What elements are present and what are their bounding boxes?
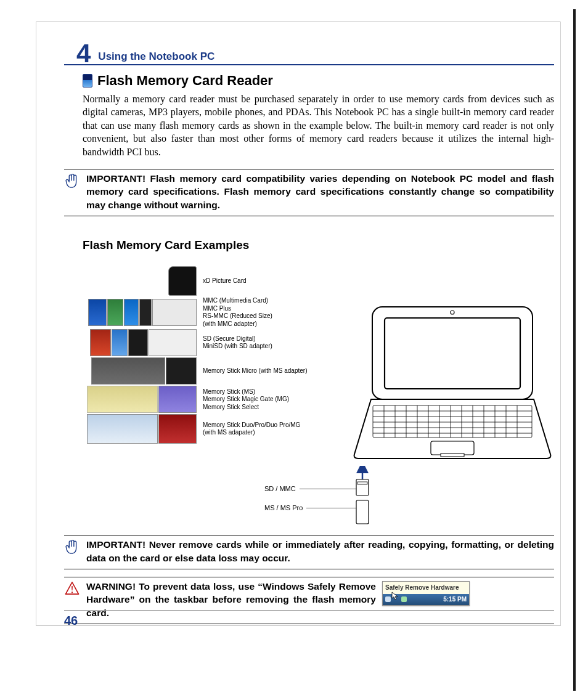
examples-area: xD Picture Card MMC (Multimedia Card) MM…: [83, 260, 554, 525]
sd-adapter-graphic: [149, 329, 197, 356]
chapter-title: Using the Notebook PC: [98, 50, 214, 64]
minisd-card-graphic: [112, 329, 128, 356]
card-slot-outlines: [354, 466, 371, 527]
ms-duo-adapter-graphic: [87, 414, 158, 444]
card-row-xd: xD Picture Card: [83, 266, 323, 296]
page-number: 46: [64, 612, 78, 629]
card-row-ms-micro: Memory Stick Micro (with MS adapter): [83, 357, 323, 385]
svg-rect-27: [356, 500, 369, 524]
section-flash-memory-card-reader: Flash Memory Card Reader Normally a memo…: [83, 71, 554, 159]
slot-leader-line: [306, 508, 357, 508]
right-crop-line: [560, 22, 561, 626]
ms-micro-card-graphic: [166, 357, 197, 385]
mmc-card-graphic: [88, 299, 107, 326]
memory-card-icon: [83, 74, 92, 88]
sd-card-graphic: [90, 329, 111, 356]
svg-rect-3: [373, 405, 532, 437]
card-slot-labels: SD / MMC MS / MS Pro: [264, 484, 357, 523]
taskbar-time: 5:15 PM: [443, 595, 467, 604]
rs-mmc-small-graphic: [139, 299, 152, 326]
ms-micro-adapter-graphic: [91, 357, 165, 385]
manual-page: 4 Using the Notebook PC Flash Memory Car…: [0, 0, 588, 700]
slot-leader-line: [300, 489, 357, 489]
chapter-heading: 4 Using the Notebook PC: [64, 38, 554, 65]
section-flash-memory-card-examples: Flash Memory Card Examples xD Picture Ca…: [83, 237, 554, 526]
svg-rect-22: [431, 441, 474, 455]
card-row-mmc: MMC (Multimedia Card) MMC Plus RS-MMC (R…: [83, 297, 323, 328]
ms-standard-label: Memory Stick (MS) Memory Stick Magic Gat…: [203, 388, 289, 412]
important-compatibility-note: IMPORTANT! Flash memory card compatibili…: [64, 169, 554, 216]
footer-rule: [64, 610, 554, 611]
sd-label: SD (Secure Digital) MiniSD (with SD adap…: [203, 335, 272, 351]
ms-duo-label: Memory Stick Duo/Pro/Duo Pro/MG (with MS…: [203, 421, 300, 437]
ms-card-graphic: [158, 386, 197, 413]
top-crop-line: [36, 22, 561, 22]
warning-text: WARNING! To prevent data loss, use “Wind…: [86, 580, 376, 620]
card-row-sd: SD (Secure Digital) MiniSD (with SD adap…: [83, 329, 323, 356]
section-title: Flash Memory Card Reader: [97, 71, 273, 90]
mmc-plus-graphic: [107, 299, 123, 326]
spine-bar: [573, 9, 576, 691]
hand-stop-icon: [64, 538, 80, 564]
important-remove-cards-note: IMPORTANT! Never remove cards while or i…: [64, 535, 554, 569]
left-crop-line: [36, 22, 36, 626]
examples-heading: Flash Memory Card Examples: [83, 237, 554, 253]
mmc-adapter-graphic: [152, 299, 197, 326]
laptop-illustration: [351, 303, 554, 473]
tray-icon: [401, 596, 407, 602]
ms-duo-card-graphic: [158, 414, 197, 444]
slot-ms-pro-label: MS / MS Pro: [264, 503, 303, 513]
minisd-adapter-dark-graphic: [128, 329, 148, 356]
xd-label: xD Picture Card: [203, 277, 247, 285]
mmc-label: MMC (Multimedia Card) MMC Plus RS-MMC (R…: [203, 297, 272, 328]
hand-stop-icon: [64, 172, 80, 212]
warning-data-loss-note: WARNING! To prevent data loss, use “Wind…: [64, 577, 554, 624]
taskbar-tray: 5:15 PM: [383, 594, 469, 605]
chapter-number: 4: [76, 41, 91, 67]
card-row-ms-duo: Memory Stick Duo/Pro/Duo Pro/MG (with MS…: [83, 414, 323, 444]
slot-sd-mmc-label: SD / MMC: [264, 484, 296, 494]
card-row-ms-standard: Memory Stick (MS) Memory Stick Magic Gat…: [83, 386, 323, 413]
rs-mmc-graphic: [124, 299, 139, 326]
ms-pro-card-graphic: [87, 386, 158, 413]
memory-cards-list: xD Picture Card MMC (Multimedia Card) MM…: [83, 266, 323, 445]
ms-micro-label: Memory Stick Micro (with MS adapter): [203, 367, 307, 375]
important-text: IMPORTANT! Flash memory card compatibili…: [86, 172, 554, 212]
xd-card-graphic: [168, 266, 197, 296]
svg-rect-23: [441, 454, 464, 457]
svg-rect-1: [385, 318, 520, 389]
safely-remove-hardware-screenshot: Safely Remove Hardware 5:15 PM: [382, 581, 470, 606]
important-text: IMPORTANT! Never remove cards while or i…: [86, 538, 554, 564]
page-content: 4 Using the Notebook PC Flash Memory Car…: [64, 38, 554, 632]
warning-icon: [64, 580, 80, 596]
section-body-text: Normally a memory card reader must be pu…: [83, 92, 554, 159]
cursor-icon: [391, 592, 398, 600]
tray-device-icon: [385, 596, 391, 602]
